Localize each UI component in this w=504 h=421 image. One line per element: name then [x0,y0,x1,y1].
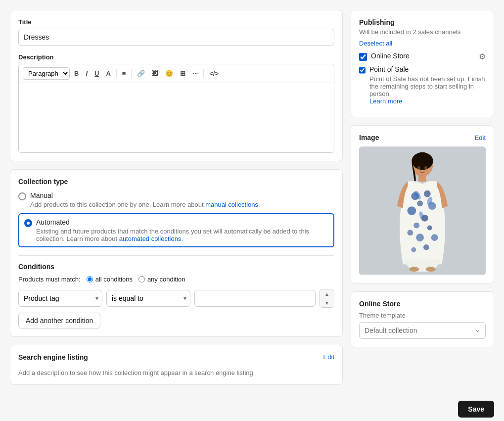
online-store-checkbox[interactable] [359,53,367,61]
code-button[interactable]: </> [207,68,221,79]
svg-point-15 [423,244,429,250]
deselect-all-link[interactable]: Deselect all [359,40,486,47]
all-conditions-radio[interactable] [87,276,93,282]
any-condition-radio[interactable] [138,276,145,282]
underline-button[interactable]: U [92,68,101,79]
manual-radio[interactable] [18,192,26,200]
main-column: Title Description Paragraph B I U A ≡ 🔗 … [10,10,343,385]
condition-operator-wrap: is equal to is not equal to starts with … [106,290,190,307]
link-button[interactable]: 🔗 [135,68,147,79]
match-text: Products must match: [18,276,81,283]
image-card: Image Edit [351,125,494,283]
theme-select-wrap: Default collection [359,322,486,339]
image-label: Image [359,134,379,141]
condition-stepper: ▲ ▼ [320,289,334,308]
publishing-card: Publishing Will be included in 2 sales c… [351,10,494,117]
conditions-section: Conditions Products must match: all cond… [18,255,334,328]
publishing-subtitle: Will be included in 2 sales channels [359,28,486,36]
align-button[interactable]: ≡ [120,68,129,79]
divider-1 [116,69,117,78]
svg-point-21 [426,267,436,272]
automated-option: Automated Existing and future products t… [18,213,334,247]
image-button[interactable]: 🖼 [149,68,161,79]
description-label: Description [18,53,334,61]
svg-point-5 [417,200,423,206]
svg-point-2 [412,152,433,170]
seo-header: Search engine listing Edit [18,353,334,367]
seo-edit-link[interactable]: Edit [323,353,334,361]
stepper-down[interactable]: ▼ [320,298,334,307]
svg-point-11 [427,226,432,231]
svg-point-16 [411,247,416,252]
theme-select[interactable]: Default collection [359,322,486,339]
condition-operator-select[interactable]: is equal to is not equal to starts with … [106,290,190,307]
svg-point-14 [431,234,438,241]
condition-value-input[interactable] [194,290,316,307]
editor-toolbar: Paragraph B I U A ≡ 🔗 🖼 😊 ⊞ ··· </> [19,64,334,83]
pos-channel: Point of Sale Point of Sale has not been… [359,65,486,105]
svg-point-6 [407,206,416,215]
automated-link[interactable]: automated collections [119,235,182,242]
seo-description: Add a description to see how this collec… [18,369,334,376]
svg-point-23 [424,166,427,170]
collection-type-title: Collection type [18,178,334,186]
image-header: Image Edit [359,134,486,141]
svg-point-7 [424,190,431,197]
stepper-up[interactable]: ▲ [320,289,334,298]
save-bar: Save [0,395,504,421]
emoji-button[interactable]: 😊 [163,68,176,79]
automated-option-content: Automated Existing and future products t… [36,218,328,242]
svg-point-12 [416,234,424,241]
automated-radio[interactable] [24,219,32,227]
online-store-icon: ⚙ [479,52,486,61]
title-description-card: Title Description Paragraph B I U A ≡ 🔗 … [10,10,343,161]
table-button[interactable]: ⊞ [178,68,188,79]
automated-label: Automated [36,218,328,226]
condition-field-select[interactable]: Product tag Product title Product type P… [18,290,102,307]
svg-rect-3 [418,176,426,182]
title-label: Title [18,18,334,26]
title-input[interactable] [18,29,334,46]
manual-desc: Add products to this collection one by o… [30,201,260,208]
online-store-title: Online Store [359,300,486,308]
manual-link[interactable]: manual collections [205,201,258,208]
all-conditions-option[interactable]: all conditions [87,276,133,283]
theme-label: Theme template [359,312,486,319]
seo-title: Search engine listing [18,353,88,361]
automated-desc: Existing and future products that match … [36,228,328,242]
any-condition-label: any condition [147,276,185,283]
more-button[interactable]: ··· [190,68,200,79]
svg-point-20 [409,267,419,272]
bold-button[interactable]: B [72,68,81,79]
collection-type-card: Collection type Manual Add products to t… [10,169,343,337]
pos-note: Point of Sale has not been set up. Finis… [369,75,486,105]
pos-info: Point of Sale Point of Sale has not been… [369,65,486,105]
pos-checkbox[interactable] [359,66,366,74]
side-column: Publishing Will be included in 2 sales c… [351,10,494,385]
product-image [359,146,486,275]
online-store-card: Online Store Theme template Default coll… [351,291,494,347]
pos-name: Point of Sale [369,65,486,73]
color-button[interactable]: A [103,68,113,79]
all-conditions-label: all conditions [95,276,133,283]
dress-svg [359,146,486,275]
any-condition-option[interactable]: any condition [138,276,185,283]
manual-desc-text: Add products to this collection one by o… [30,201,205,208]
divider-2 [131,69,132,78]
condition-row: Product tag Product title Product type P… [18,289,334,308]
svg-point-10 [413,223,419,229]
save-button[interactable]: Save [458,401,494,418]
description-editor: Paragraph B I U A ≡ 🔗 🖼 😊 ⊞ ··· </> [18,64,334,153]
pos-learn-more-link[interactable]: Learn more [369,97,402,105]
online-store-channel: Online Store ⚙ [359,52,486,61]
online-store-name: Online Store [371,52,410,60]
conditions-label: Conditions [18,263,334,271]
editor-body[interactable] [19,83,334,152]
italic-button[interactable]: I [83,68,90,79]
add-condition-button[interactable]: Add another condition [18,313,100,328]
svg-point-22 [417,166,420,170]
format-select[interactable]: Paragraph [23,67,70,80]
manual-option-content: Manual Add products to this collection o… [30,191,260,208]
match-row: Products must match: all conditions any … [18,276,334,283]
image-edit-link[interactable]: Edit [475,134,486,141]
